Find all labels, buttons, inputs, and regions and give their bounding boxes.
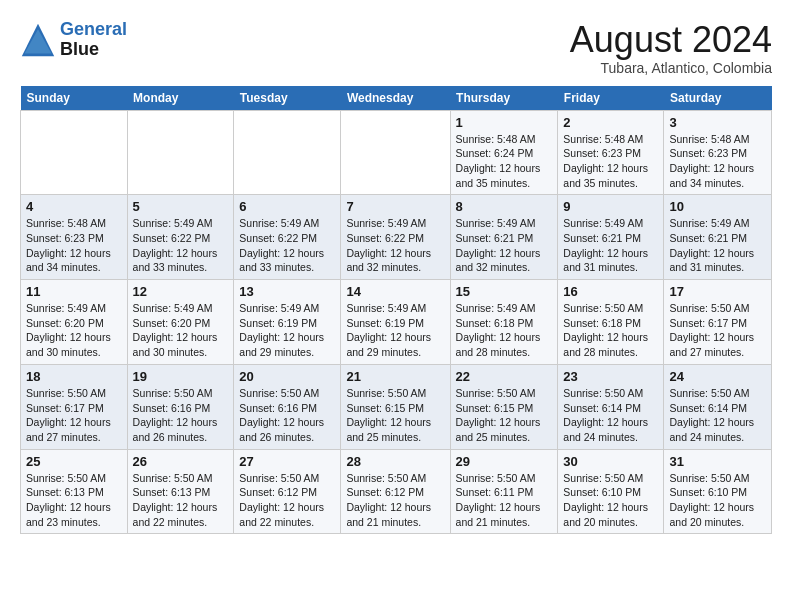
day-number: 3	[669, 115, 766, 130]
weekday-header: Thursday	[450, 86, 558, 111]
day-number: 22	[456, 369, 553, 384]
day-number: 15	[456, 284, 553, 299]
day-info: Sunrise: 5:50 AM Sunset: 6:10 PM Dayligh…	[563, 471, 658, 530]
calendar-body: 1Sunrise: 5:48 AM Sunset: 6:24 PM Daylig…	[21, 110, 772, 534]
calendar-cell: 8Sunrise: 5:49 AM Sunset: 6:21 PM Daylig…	[450, 195, 558, 280]
calendar-cell: 20Sunrise: 5:50 AM Sunset: 6:16 PM Dayli…	[234, 364, 341, 449]
day-info: Sunrise: 5:49 AM Sunset: 6:21 PM Dayligh…	[563, 216, 658, 275]
weekday-header: Wednesday	[341, 86, 450, 111]
day-number: 4	[26, 199, 122, 214]
day-number: 20	[239, 369, 335, 384]
day-number: 18	[26, 369, 122, 384]
day-info: Sunrise: 5:50 AM Sunset: 6:15 PM Dayligh…	[456, 386, 553, 445]
calendar-cell: 15Sunrise: 5:49 AM Sunset: 6:18 PM Dayli…	[450, 280, 558, 365]
day-number: 24	[669, 369, 766, 384]
calendar-week-row: 1Sunrise: 5:48 AM Sunset: 6:24 PM Daylig…	[21, 110, 772, 195]
calendar-cell: 26Sunrise: 5:50 AM Sunset: 6:13 PM Dayli…	[127, 449, 234, 534]
day-number: 25	[26, 454, 122, 469]
calendar-cell: 7Sunrise: 5:49 AM Sunset: 6:22 PM Daylig…	[341, 195, 450, 280]
calendar-week-row: 25Sunrise: 5:50 AM Sunset: 6:13 PM Dayli…	[21, 449, 772, 534]
day-info: Sunrise: 5:49 AM Sunset: 6:21 PM Dayligh…	[669, 216, 766, 275]
day-info: Sunrise: 5:49 AM Sunset: 6:21 PM Dayligh…	[456, 216, 553, 275]
calendar-cell: 27Sunrise: 5:50 AM Sunset: 6:12 PM Dayli…	[234, 449, 341, 534]
day-info: Sunrise: 5:50 AM Sunset: 6:15 PM Dayligh…	[346, 386, 444, 445]
day-number: 11	[26, 284, 122, 299]
day-info: Sunrise: 5:50 AM Sunset: 6:17 PM Dayligh…	[26, 386, 122, 445]
day-info: Sunrise: 5:48 AM Sunset: 6:24 PM Dayligh…	[456, 132, 553, 191]
day-info: Sunrise: 5:49 AM Sunset: 6:22 PM Dayligh…	[133, 216, 229, 275]
day-number: 26	[133, 454, 229, 469]
calendar-cell: 1Sunrise: 5:48 AM Sunset: 6:24 PM Daylig…	[450, 110, 558, 195]
day-number: 23	[563, 369, 658, 384]
weekday-header: Monday	[127, 86, 234, 111]
calendar-cell: 30Sunrise: 5:50 AM Sunset: 6:10 PM Dayli…	[558, 449, 664, 534]
day-info: Sunrise: 5:50 AM Sunset: 6:10 PM Dayligh…	[669, 471, 766, 530]
calendar-cell: 17Sunrise: 5:50 AM Sunset: 6:17 PM Dayli…	[664, 280, 772, 365]
day-number: 6	[239, 199, 335, 214]
calendar-cell: 29Sunrise: 5:50 AM Sunset: 6:11 PM Dayli…	[450, 449, 558, 534]
day-info: Sunrise: 5:50 AM Sunset: 6:12 PM Dayligh…	[239, 471, 335, 530]
location: Tubara, Atlantico, Colombia	[570, 60, 772, 76]
day-info: Sunrise: 5:50 AM Sunset: 6:12 PM Dayligh…	[346, 471, 444, 530]
day-number: 13	[239, 284, 335, 299]
calendar-table: SundayMondayTuesdayWednesdayThursdayFrid…	[20, 86, 772, 535]
day-info: Sunrise: 5:50 AM Sunset: 6:11 PM Dayligh…	[456, 471, 553, 530]
calendar-cell: 12Sunrise: 5:49 AM Sunset: 6:20 PM Dayli…	[127, 280, 234, 365]
calendar-cell: 21Sunrise: 5:50 AM Sunset: 6:15 PM Dayli…	[341, 364, 450, 449]
day-info: Sunrise: 5:49 AM Sunset: 6:20 PM Dayligh…	[26, 301, 122, 360]
logo: General Blue	[20, 20, 127, 60]
calendar-cell: 10Sunrise: 5:49 AM Sunset: 6:21 PM Dayli…	[664, 195, 772, 280]
day-number: 27	[239, 454, 335, 469]
day-info: Sunrise: 5:49 AM Sunset: 6:18 PM Dayligh…	[456, 301, 553, 360]
day-number: 10	[669, 199, 766, 214]
day-number: 14	[346, 284, 444, 299]
day-number: 30	[563, 454, 658, 469]
title-block: August 2024 Tubara, Atlantico, Colombia	[570, 20, 772, 76]
calendar-cell: 6Sunrise: 5:49 AM Sunset: 6:22 PM Daylig…	[234, 195, 341, 280]
day-number: 1	[456, 115, 553, 130]
calendar-cell: 3Sunrise: 5:48 AM Sunset: 6:23 PM Daylig…	[664, 110, 772, 195]
day-info: Sunrise: 5:50 AM Sunset: 6:13 PM Dayligh…	[133, 471, 229, 530]
day-info: Sunrise: 5:48 AM Sunset: 6:23 PM Dayligh…	[26, 216, 122, 275]
day-number: 19	[133, 369, 229, 384]
day-number: 5	[133, 199, 229, 214]
day-number: 21	[346, 369, 444, 384]
day-info: Sunrise: 5:50 AM Sunset: 6:14 PM Dayligh…	[669, 386, 766, 445]
weekday-header: Saturday	[664, 86, 772, 111]
calendar-cell: 14Sunrise: 5:49 AM Sunset: 6:19 PM Dayli…	[341, 280, 450, 365]
day-number: 2	[563, 115, 658, 130]
calendar-cell: 11Sunrise: 5:49 AM Sunset: 6:20 PM Dayli…	[21, 280, 128, 365]
calendar-cell	[21, 110, 128, 195]
day-number: 12	[133, 284, 229, 299]
day-info: Sunrise: 5:50 AM Sunset: 6:16 PM Dayligh…	[133, 386, 229, 445]
calendar-cell: 13Sunrise: 5:49 AM Sunset: 6:19 PM Dayli…	[234, 280, 341, 365]
day-info: Sunrise: 5:50 AM Sunset: 6:14 PM Dayligh…	[563, 386, 658, 445]
calendar-week-row: 18Sunrise: 5:50 AM Sunset: 6:17 PM Dayli…	[21, 364, 772, 449]
weekday-row: SundayMondayTuesdayWednesdayThursdayFrid…	[21, 86, 772, 111]
calendar-cell: 19Sunrise: 5:50 AM Sunset: 6:16 PM Dayli…	[127, 364, 234, 449]
calendar-cell	[127, 110, 234, 195]
day-number: 9	[563, 199, 658, 214]
month-year: August 2024	[570, 20, 772, 60]
day-info: Sunrise: 5:48 AM Sunset: 6:23 PM Dayligh…	[563, 132, 658, 191]
day-number: 31	[669, 454, 766, 469]
day-info: Sunrise: 5:49 AM Sunset: 6:19 PM Dayligh…	[239, 301, 335, 360]
calendar-cell	[341, 110, 450, 195]
calendar-cell: 25Sunrise: 5:50 AM Sunset: 6:13 PM Dayli…	[21, 449, 128, 534]
calendar-cell: 9Sunrise: 5:49 AM Sunset: 6:21 PM Daylig…	[558, 195, 664, 280]
day-number: 8	[456, 199, 553, 214]
calendar-cell: 23Sunrise: 5:50 AM Sunset: 6:14 PM Dayli…	[558, 364, 664, 449]
calendar-cell	[234, 110, 341, 195]
calendar-cell: 4Sunrise: 5:48 AM Sunset: 6:23 PM Daylig…	[21, 195, 128, 280]
day-info: Sunrise: 5:49 AM Sunset: 6:22 PM Dayligh…	[346, 216, 444, 275]
calendar-week-row: 11Sunrise: 5:49 AM Sunset: 6:20 PM Dayli…	[21, 280, 772, 365]
page-header: General Blue August 2024 Tubara, Atlanti…	[20, 20, 772, 76]
day-number: 28	[346, 454, 444, 469]
day-number: 7	[346, 199, 444, 214]
day-info: Sunrise: 5:48 AM Sunset: 6:23 PM Dayligh…	[669, 132, 766, 191]
calendar-header: SundayMondayTuesdayWednesdayThursdayFrid…	[21, 86, 772, 111]
logo-icon	[20, 22, 56, 58]
calendar-cell: 16Sunrise: 5:50 AM Sunset: 6:18 PM Dayli…	[558, 280, 664, 365]
day-info: Sunrise: 5:50 AM Sunset: 6:17 PM Dayligh…	[669, 301, 766, 360]
calendar-cell: 28Sunrise: 5:50 AM Sunset: 6:12 PM Dayli…	[341, 449, 450, 534]
